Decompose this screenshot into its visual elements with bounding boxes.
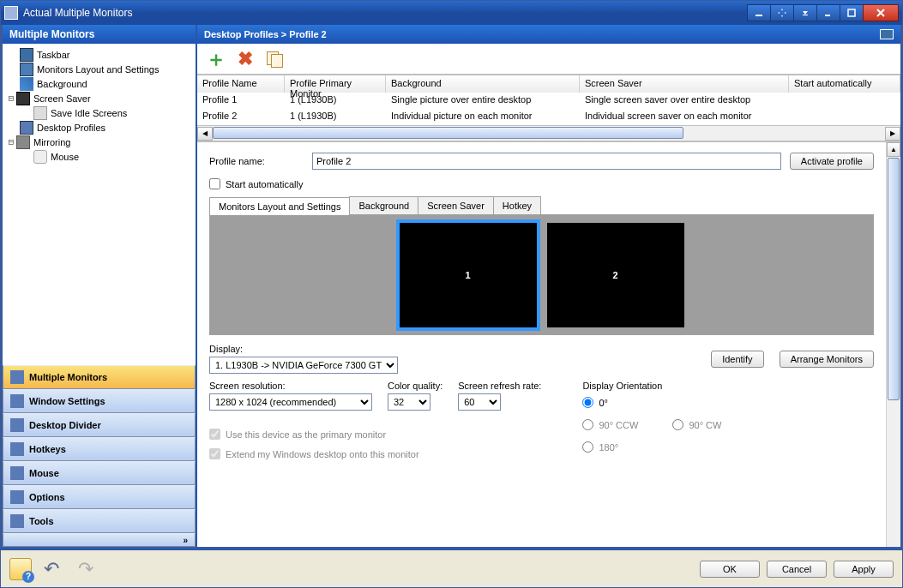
sidecat-tools[interactable]: Tools xyxy=(3,509,196,533)
screen-res-label: Screen resolution: xyxy=(209,381,372,391)
arrange-monitors-button[interactable]: Arrange Monitors xyxy=(780,351,874,368)
color-quality-select[interactable]: 32 xyxy=(388,393,430,411)
tree-label: Taskbar xyxy=(37,50,70,60)
mirroring-icon xyxy=(16,135,30,149)
tree-background[interactable]: Background xyxy=(6,76,192,91)
sidecat-label: Hotkeys xyxy=(29,444,66,454)
cancel-button[interactable]: Cancel xyxy=(767,561,827,578)
tree-label: Save Idle Screens xyxy=(51,108,127,118)
screensaver-icon xyxy=(16,92,30,105)
display-settings: Display: 1. L1930B -> NVIDIA GeForce 730… xyxy=(209,344,874,459)
scroll-right-icon[interactable]: ▶ xyxy=(885,127,900,141)
help-icon[interactable] xyxy=(9,558,32,580)
tree-label: Screen Saver xyxy=(33,93,91,104)
scroll-left-icon[interactable]: ◀ xyxy=(197,127,213,141)
profile-name-input[interactable] xyxy=(312,153,781,170)
tab-hotkey[interactable]: Hotkey xyxy=(493,196,541,214)
close-button[interactable] xyxy=(863,4,899,21)
multiple-monitors-icon xyxy=(10,370,24,384)
tree-desktop-profiles[interactable]: Desktop Profiles xyxy=(6,120,192,135)
collapse-icon[interactable]: ⊟ xyxy=(6,136,16,147)
tree-taskbar[interactable]: Taskbar xyxy=(6,47,192,62)
orientation-180[interactable]: 180° xyxy=(582,441,618,453)
col-primary-monitor[interactable]: Profile Primary Monitor xyxy=(285,75,386,93)
ok-button[interactable]: OK xyxy=(700,561,760,578)
scroll-track[interactable] xyxy=(213,127,885,141)
sidecat-collapse[interactable]: » xyxy=(3,533,196,547)
cell-primary: 1 (L1930B) xyxy=(285,109,386,125)
minimize-button[interactable] xyxy=(816,4,840,21)
scroll-up-icon[interactable]: ▲ xyxy=(887,142,900,157)
plus-icon: ＋ xyxy=(206,45,226,73)
col-profile-name[interactable]: Profile Name xyxy=(197,75,285,93)
chevron-right-icon: » xyxy=(183,536,188,545)
scroll-thumb-v[interactable] xyxy=(888,158,900,400)
sidecat-multiple-monitors[interactable]: Multiple Monitors xyxy=(3,365,196,389)
tree-mouse[interactable]: Mouse xyxy=(6,149,192,164)
start-automatically-checkbox[interactable]: Start automatically xyxy=(209,178,874,189)
maximize-button[interactable] xyxy=(840,4,864,21)
tree-save-idle[interactable]: Save Idle Screens xyxy=(6,105,192,120)
monitors-icon xyxy=(20,63,33,76)
bottom-bar: ↶ ↷ OK Cancel Apply xyxy=(1,549,902,587)
tree-label: Desktop Profiles xyxy=(37,123,105,133)
tree-monitors-layout[interactable]: Monitors Layout and Settings xyxy=(6,62,192,76)
extend-desktop-checkbox[interactable]: Extend my Windows desktop onto this moni… xyxy=(209,448,874,459)
screen-res-select[interactable]: 1280 x 1024 (recommended) xyxy=(209,393,372,411)
monitor-icon xyxy=(880,29,894,39)
delete-profile-button[interactable]: ✖ xyxy=(233,47,257,71)
col-start-auto[interactable]: Start automatically xyxy=(789,75,900,93)
scroll-thumb[interactable] xyxy=(213,127,683,139)
col-screensaver[interactable]: Screen Saver xyxy=(580,75,789,93)
horizontal-scrollbar[interactable]: ◀ ▶ xyxy=(197,125,900,141)
primary-monitor-checkbox[interactable]: Use this device as the primary monitor xyxy=(209,429,874,440)
sidebar-categories: Multiple Monitors Window Settings Deskto… xyxy=(3,365,196,547)
vertical-scrollbar[interactable]: ▲ xyxy=(886,142,900,547)
activate-profile-button[interactable]: Activate profile xyxy=(790,153,874,170)
tab-background[interactable]: Background xyxy=(349,196,418,214)
add-profile-button[interactable]: ＋ xyxy=(204,47,228,71)
monitor-2[interactable]: 2 xyxy=(547,223,684,327)
cell-name: Profile 1 xyxy=(197,93,285,109)
svg-marker-3 xyxy=(778,12,780,14)
display-select[interactable]: 1. L1930B -> NVIDIA GeForce 7300 GT xyxy=(209,357,398,374)
profiles-table: Profile Name Profile Primary Monitor Bac… xyxy=(197,75,900,141)
tree-screen-saver[interactable]: ⊟Screen Saver xyxy=(6,91,192,105)
sidecat-mouse[interactable]: Mouse xyxy=(3,461,196,485)
rollup-button[interactable] xyxy=(793,4,817,21)
svg-marker-2 xyxy=(781,15,783,17)
start-auto-input[interactable] xyxy=(209,178,220,189)
minimize-extra-button[interactable] xyxy=(747,4,771,21)
apply-button[interactable]: Apply xyxy=(834,561,894,578)
table-row[interactable]: Profile 2 1 (L1930B) Individual picture … xyxy=(197,109,900,125)
collapse-icon[interactable]: ⊟ xyxy=(6,93,16,104)
undo-icon[interactable]: ↶ xyxy=(44,558,66,580)
copy-profile-button[interactable] xyxy=(262,47,286,71)
identify-button[interactable]: Identify xyxy=(711,351,763,368)
sidecat-hotkeys[interactable]: Hotkeys xyxy=(3,437,196,461)
orientation-90ccw[interactable]: 90° CCW xyxy=(582,419,638,430)
refresh-rate-select[interactable]: 60 xyxy=(458,393,501,411)
tree-mirroring[interactable]: ⊟Mirroring xyxy=(6,135,192,149)
orientation-0[interactable]: 0° xyxy=(582,397,608,408)
app-window: Actual Multiple Monitors Multiple Monito… xyxy=(0,0,903,588)
move-button[interactable] xyxy=(770,4,794,21)
col-background[interactable]: Background xyxy=(386,75,580,93)
cell-primary: 1 (L1930B) xyxy=(285,93,386,109)
table-row[interactable]: Profile 1 1 (L1930B) Single picture over… xyxy=(197,93,900,109)
cell-ss: Individual screen saver on each monitor xyxy=(580,109,789,125)
mouse-icon xyxy=(33,150,47,164)
left-pane: Multiple Monitors Taskbar Monitors Layou… xyxy=(3,25,197,547)
desktop-profiles-icon xyxy=(20,121,33,135)
refresh-rate-label: Screen refresh rate: xyxy=(458,381,541,391)
monitor-1[interactable]: 1 xyxy=(400,223,537,327)
sidecat-options[interactable]: Options xyxy=(3,485,196,509)
sidecat-desktop-divider[interactable]: Desktop Divider xyxy=(3,413,196,437)
sidecat-window-settings[interactable]: Window Settings xyxy=(3,389,196,413)
redo-icon[interactable]: ↷ xyxy=(78,558,100,580)
tab-monitors-layout[interactable]: Monitors Layout and Settings xyxy=(209,197,350,215)
tree-label: Mirroring xyxy=(33,137,70,147)
orientation-90cw[interactable]: 90° CW xyxy=(672,419,721,430)
titlebar[interactable]: Actual Multiple Monitors xyxy=(1,1,902,25)
tab-screen-saver[interactable]: Screen Saver xyxy=(418,196,494,214)
